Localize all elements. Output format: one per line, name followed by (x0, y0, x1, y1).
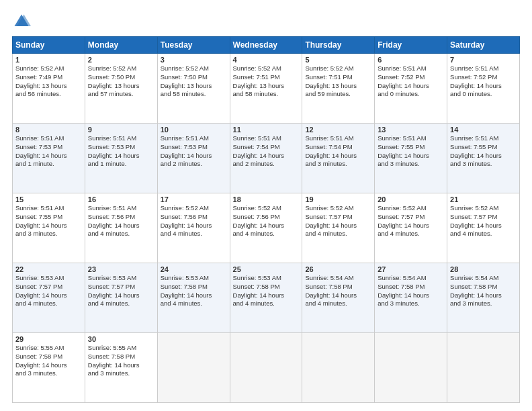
day-number: 29 (15, 335, 82, 343)
calendar-header-row: SundayMondayTuesdayWednesdayThursdayFrid… (13, 37, 520, 54)
day-number: 1 (15, 56, 82, 64)
day-number: 8 (15, 126, 82, 134)
day-info: Sunrise: 5:52 AM Sunset: 7:57 PM Dayligh… (378, 204, 444, 238)
day-number: 6 (378, 56, 444, 64)
week-row-4: 22Sunrise: 5:53 AM Sunset: 7:57 PM Dayli… (13, 263, 520, 333)
calendar-table: SundayMondayTuesdayWednesdayThursdayFrid… (12, 36, 520, 403)
calendar-cell (230, 333, 302, 403)
day-number: 15 (15, 195, 82, 203)
calendar-cell: 5Sunrise: 5:52 AM Sunset: 7:51 PM Daylig… (302, 54, 375, 124)
day-number: 20 (378, 195, 444, 203)
day-number: 19 (305, 195, 371, 203)
day-number: 7 (450, 56, 517, 64)
page: SundayMondayTuesdayWednesdayThursdayFrid… (0, 0, 532, 411)
calendar-cell: 8Sunrise: 5:51 AM Sunset: 7:53 PM Daylig… (13, 124, 85, 193)
calendar-cell (447, 333, 520, 403)
header (12, 12, 520, 31)
calendar-cell: 22Sunrise: 5:53 AM Sunset: 7:57 PM Dayli… (13, 263, 85, 333)
day-info: Sunrise: 5:51 AM Sunset: 7:53 PM Dayligh… (161, 134, 227, 169)
calendar-cell: 9Sunrise: 5:51 AM Sunset: 7:53 PM Daylig… (85, 124, 157, 193)
day-info: Sunrise: 5:52 AM Sunset: 7:51 PM Dayligh… (233, 64, 300, 99)
day-number: 22 (15, 265, 82, 273)
day-number: 5 (305, 56, 371, 64)
day-number: 3 (161, 56, 227, 64)
day-info: Sunrise: 5:52 AM Sunset: 7:57 PM Dayligh… (450, 204, 517, 238)
day-info: Sunrise: 5:52 AM Sunset: 7:51 PM Dayligh… (305, 64, 371, 99)
calendar-cell: 13Sunrise: 5:51 AM Sunset: 7:55 PM Dayli… (375, 124, 447, 193)
week-row-1: 1Sunrise: 5:52 AM Sunset: 7:49 PM Daylig… (13, 54, 520, 124)
calendar-cell: 29Sunrise: 5:55 AM Sunset: 7:58 PM Dayli… (13, 333, 85, 403)
calendar-cell: 1Sunrise: 5:52 AM Sunset: 7:49 PM Daylig… (13, 54, 85, 124)
day-info: Sunrise: 5:51 AM Sunset: 7:56 PM Dayligh… (88, 204, 154, 238)
calendar-cell (302, 333, 375, 403)
day-info: Sunrise: 5:51 AM Sunset: 7:54 PM Dayligh… (305, 134, 371, 169)
day-header-monday: Monday (85, 37, 157, 54)
day-header-saturday: Saturday (447, 37, 520, 54)
calendar-cell: 12Sunrise: 5:51 AM Sunset: 7:54 PM Dayli… (302, 124, 375, 193)
calendar-cell: 18Sunrise: 5:52 AM Sunset: 7:56 PM Dayli… (230, 193, 302, 263)
day-header-wednesday: Wednesday (230, 37, 302, 54)
day-number: 4 (233, 56, 300, 64)
day-number: 2 (88, 56, 154, 64)
day-number: 9 (88, 126, 154, 134)
day-info: Sunrise: 5:55 AM Sunset: 7:58 PM Dayligh… (15, 344, 82, 378)
calendar-cell: 16Sunrise: 5:51 AM Sunset: 7:56 PM Dayli… (85, 193, 157, 263)
day-info: Sunrise: 5:55 AM Sunset: 7:58 PM Dayligh… (88, 344, 154, 378)
day-info: Sunrise: 5:52 AM Sunset: 7:50 PM Dayligh… (161, 64, 227, 99)
calendar-cell: 26Sunrise: 5:54 AM Sunset: 7:58 PM Dayli… (302, 263, 375, 333)
calendar-cell: 27Sunrise: 5:54 AM Sunset: 7:58 PM Dayli… (375, 263, 447, 333)
day-number: 14 (450, 126, 517, 134)
day-number: 23 (88, 265, 154, 273)
day-header-tuesday: Tuesday (157, 37, 230, 54)
day-info: Sunrise: 5:51 AM Sunset: 7:53 PM Dayligh… (88, 134, 154, 169)
calendar-cell: 10Sunrise: 5:51 AM Sunset: 7:53 PM Dayli… (157, 124, 230, 193)
day-info: Sunrise: 5:53 AM Sunset: 7:57 PM Dayligh… (15, 274, 82, 308)
day-number: 28 (450, 265, 517, 273)
calendar-cell: 23Sunrise: 5:53 AM Sunset: 7:57 PM Dayli… (85, 263, 157, 333)
day-number: 12 (305, 126, 371, 134)
calendar-cell: 15Sunrise: 5:51 AM Sunset: 7:55 PM Dayli… (13, 193, 85, 263)
day-info: Sunrise: 5:51 AM Sunset: 7:52 PM Dayligh… (450, 64, 517, 99)
day-info: Sunrise: 5:51 AM Sunset: 7:55 PM Dayligh… (450, 134, 517, 169)
day-header-thursday: Thursday (302, 37, 375, 54)
day-info: Sunrise: 5:53 AM Sunset: 7:58 PM Dayligh… (233, 274, 300, 308)
day-info: Sunrise: 5:52 AM Sunset: 7:57 PM Dayligh… (305, 204, 371, 238)
week-row-2: 8Sunrise: 5:51 AM Sunset: 7:53 PM Daylig… (13, 124, 520, 193)
day-info: Sunrise: 5:54 AM Sunset: 7:58 PM Dayligh… (305, 274, 371, 308)
day-info: Sunrise: 5:54 AM Sunset: 7:58 PM Dayligh… (378, 274, 444, 308)
calendar-cell: 28Sunrise: 5:54 AM Sunset: 7:58 PM Dayli… (447, 263, 520, 333)
logo (12, 12, 34, 31)
week-row-3: 15Sunrise: 5:51 AM Sunset: 7:55 PM Dayli… (13, 193, 520, 263)
day-number: 11 (233, 126, 300, 134)
day-number: 13 (378, 126, 444, 134)
day-info: Sunrise: 5:53 AM Sunset: 7:57 PM Dayligh… (88, 274, 154, 308)
day-info: Sunrise: 5:51 AM Sunset: 7:55 PM Dayligh… (378, 134, 444, 169)
day-number: 24 (161, 265, 227, 273)
day-number: 25 (233, 265, 300, 273)
day-number: 30 (88, 335, 154, 343)
calendar-cell: 2Sunrise: 5:52 AM Sunset: 7:50 PM Daylig… (85, 54, 157, 124)
day-info: Sunrise: 5:51 AM Sunset: 7:52 PM Dayligh… (378, 64, 444, 99)
day-number: 26 (305, 265, 371, 273)
day-info: Sunrise: 5:52 AM Sunset: 7:49 PM Dayligh… (15, 64, 82, 99)
day-info: Sunrise: 5:52 AM Sunset: 7:50 PM Dayligh… (88, 64, 154, 99)
calendar-cell (157, 333, 230, 403)
logo-icon (12, 12, 31, 31)
day-info: Sunrise: 5:54 AM Sunset: 7:58 PM Dayligh… (450, 274, 517, 308)
day-number: 18 (233, 195, 300, 203)
calendar-cell: 6Sunrise: 5:51 AM Sunset: 7:52 PM Daylig… (375, 54, 447, 124)
day-info: Sunrise: 5:51 AM Sunset: 7:55 PM Dayligh… (15, 204, 82, 238)
day-info: Sunrise: 5:52 AM Sunset: 7:56 PM Dayligh… (233, 204, 300, 238)
day-info: Sunrise: 5:52 AM Sunset: 7:56 PM Dayligh… (161, 204, 227, 238)
day-header-friday: Friday (375, 37, 447, 54)
calendar-cell: 30Sunrise: 5:55 AM Sunset: 7:58 PM Dayli… (85, 333, 157, 403)
calendar-cell: 19Sunrise: 5:52 AM Sunset: 7:57 PM Dayli… (302, 193, 375, 263)
day-info: Sunrise: 5:51 AM Sunset: 7:54 PM Dayligh… (233, 134, 300, 169)
day-number: 10 (161, 126, 227, 134)
day-number: 17 (161, 195, 227, 203)
day-header-sunday: Sunday (13, 37, 85, 54)
calendar-cell: 17Sunrise: 5:52 AM Sunset: 7:56 PM Dayli… (157, 193, 230, 263)
calendar-cell: 7Sunrise: 5:51 AM Sunset: 7:52 PM Daylig… (447, 54, 520, 124)
day-info: Sunrise: 5:51 AM Sunset: 7:53 PM Dayligh… (15, 134, 82, 169)
week-row-5: 29Sunrise: 5:55 AM Sunset: 7:58 PM Dayli… (13, 333, 520, 403)
